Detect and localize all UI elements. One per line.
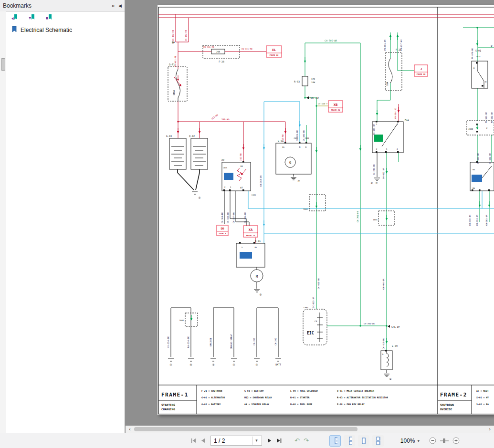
schematic-text-ch705: CH-705-OR xyxy=(357,211,359,222)
horizontal-scrollbar[interactable]: ‹ › xyxy=(126,426,494,433)
schematic-text-ch357: CH-357-OR xyxy=(232,212,235,223)
schematic-text-c3: C3 xyxy=(315,320,317,323)
page-dropdown-caret-icon[interactable]: ▾ xyxy=(252,437,261,445)
schematic-text-p2: 2 xyxy=(376,148,378,150)
schematic-text-1: S-01 = HY xyxy=(476,396,489,399)
schematic-text-s01: S-01 xyxy=(475,49,481,52)
schematic-text-p1: 1 xyxy=(376,123,378,125)
bookmark-tool-icon-2[interactable] xyxy=(28,13,35,23)
panel-handle[interactable] xyxy=(1,58,5,71)
schematic-text-gnd7: ⑦ xyxy=(297,179,300,183)
scroll-right-icon[interactable]: › xyxy=(486,426,493,432)
single-page-view-button[interactable] xyxy=(329,435,341,447)
schematic-text-2: F-28 = FAN REV RELAY xyxy=(337,403,365,406)
schematic-text-q01: Q-01 xyxy=(169,63,175,66)
schematic-text-1: N-01 = STARTER xyxy=(290,396,310,399)
next-view-button[interactable]: ↷ xyxy=(302,436,311,445)
schematic-text-p2: 2 xyxy=(224,186,226,188)
schematic-text-eic: EIC xyxy=(307,331,314,335)
zoom-in-button[interactable] xyxy=(451,436,462,445)
schematic-text-sc025: SC-025-OR xyxy=(312,297,315,308)
continuous-facing-view-button[interactable] xyxy=(372,435,384,447)
schematic-text-c404: C404 xyxy=(305,137,309,139)
schematic-text-0: A7 = NEUT xyxy=(476,390,489,392)
schematic-text-ch332: CH-332-OR xyxy=(489,153,491,164)
first-page-button[interactable] xyxy=(189,437,199,444)
schematic-text-a20: 20A xyxy=(216,51,220,53)
schematic-text-subtitle_line1: STARTING xyxy=(161,403,175,406)
schematic-text-j: J xyxy=(420,67,422,71)
schematic-text-ch363: CH-363-OR xyxy=(485,215,488,226)
single-page-icon xyxy=(333,437,337,445)
schematic-text-0: Q-01 = MAIN CIRCUIT BREAKER xyxy=(337,390,374,392)
previous-page-icon xyxy=(200,438,206,443)
relay-fills xyxy=(224,135,482,259)
pin-squares xyxy=(223,62,490,352)
schematic-text-ch390: CH-390 xyxy=(274,338,277,345)
bookmark-tool-icon-3[interactable] xyxy=(45,13,53,23)
schematic-text-pd: D xyxy=(491,44,492,47)
first-page-icon xyxy=(190,438,197,443)
schematic-text-m12: M12 xyxy=(405,118,409,121)
scroll-left-icon[interactable]: ‹ xyxy=(126,426,133,432)
page-number-box[interactable]: ▾ xyxy=(210,436,262,446)
schematic-text-cw241: CW-241-BK xyxy=(373,164,375,175)
zoom-slider[interactable] xyxy=(440,438,449,444)
schematic-text-subtitle_line1: SHUTDOWN xyxy=(440,403,454,406)
schematic-text-mM: M xyxy=(256,275,258,279)
schematic-text-bplus: B+ xyxy=(254,246,257,249)
bookmarks-panel: Bookmarks » ◀ Electrical Schematic xyxy=(0,0,125,433)
schematic-text-0: F-21 = SHUTDOWN xyxy=(201,390,222,392)
zoom-slider-thumb[interactable] xyxy=(443,438,445,443)
red-wires xyxy=(158,14,494,243)
schematic-text-j001: J001 xyxy=(303,208,308,210)
zoom-out-icon xyxy=(429,437,436,444)
schematic-text-r03: R-03 xyxy=(294,80,300,83)
schematic-text-ra331: RA-331-OR xyxy=(485,112,487,123)
bookmark-item-label: Electrical Schematic xyxy=(21,27,72,33)
schematic-text-r47: 47Ω xyxy=(311,78,315,80)
bookmarks-panel-title: Bookmarks xyxy=(3,2,107,9)
next-page-button[interactable] xyxy=(265,437,274,444)
bookmark-tool-icon-1[interactable] xyxy=(11,13,18,23)
continuous-view-icon xyxy=(347,437,352,445)
schematic-text-ch705: CH-705-OR xyxy=(325,40,337,42)
schematic-text-ch334: CH-334-OR xyxy=(476,215,478,226)
panel-collapse-icon[interactable]: ◀ xyxy=(118,4,122,8)
pdf-viewer-window: Bookmarks » ◀ Electrical Schematic xyxy=(0,0,494,448)
panel-expand-icon[interactable]: » xyxy=(111,3,115,9)
component-outlines xyxy=(169,49,494,370)
schematic-text-ch466: CH-466-OR xyxy=(382,279,385,290)
schematic-text-ch438: CH-438-Y xyxy=(318,103,328,105)
schematic-text-j008: J008 xyxy=(179,319,184,322)
bookmark-item-electrical-schematic[interactable]: Electrical Schematic xyxy=(6,26,72,34)
previous-page-button[interactable] xyxy=(199,437,208,444)
schematic-text-l09: L-09 xyxy=(392,344,398,347)
previous-view-button[interactable]: ↶ xyxy=(293,436,302,445)
zoom-select[interactable]: 100% ▾ xyxy=(399,437,421,445)
schematic-text-p87: 87 xyxy=(240,187,243,189)
schematic-text-cw415: CW-415-OR xyxy=(382,338,385,349)
schematic-text-gG: G xyxy=(289,161,291,165)
schematic-text-1: M12 = SHUTDOWN RELAY xyxy=(244,396,272,399)
schematic-text-j001: J001 xyxy=(373,219,378,221)
schematic-text-ra332: RA-332-OR xyxy=(491,112,493,123)
horizontal-scrollbar-thumb[interactable] xyxy=(134,427,357,431)
schematic-text-cw393: CW-393-OR xyxy=(373,124,375,135)
page-number-input[interactable] xyxy=(211,437,252,445)
facing-view-button[interactable] xyxy=(358,435,369,447)
last-page-button[interactable] xyxy=(274,437,284,444)
schematic-text-pA: A xyxy=(382,353,384,355)
statusbar-controls: ▾ ↶ ↷ xyxy=(189,435,462,447)
battery-cables xyxy=(178,169,200,190)
schematic-text-c405: C405 xyxy=(294,137,298,139)
continuous-view-button[interactable] xyxy=(344,435,355,447)
splice-dots xyxy=(177,27,478,326)
ground-symbols xyxy=(168,177,389,376)
zoom-out-button[interactable] xyxy=(427,436,438,445)
schematic-text-ch363: CH-363-OR xyxy=(260,175,262,187)
schematic-text-1: G-01 = ALTERNATOR xyxy=(201,396,225,399)
schematic-text-r10w: 10W xyxy=(311,81,315,83)
next-view-icon: ↷ xyxy=(304,437,309,444)
schematic-text-f28: F-28 xyxy=(219,61,224,63)
